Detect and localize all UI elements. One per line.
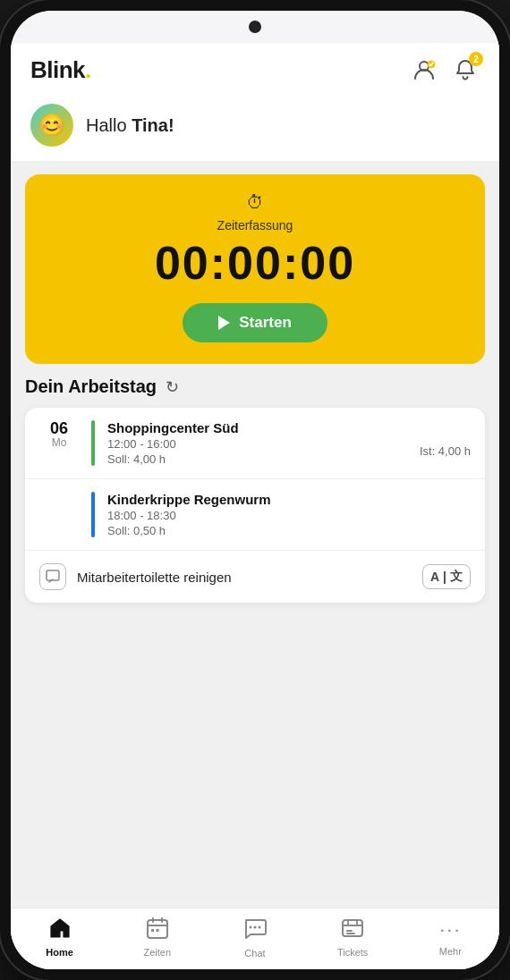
nav-item-mehr[interactable]: ··· Mehr bbox=[423, 917, 477, 957]
entry-soll-1: Soll: 4,00 h bbox=[107, 452, 176, 466]
ticket-icon bbox=[341, 917, 364, 943]
date-day: Mo bbox=[52, 436, 67, 449]
notification-btn[interactable]: 2 bbox=[451, 55, 480, 84]
logo-dot: . bbox=[85, 56, 91, 83]
workday-title: Dein Arbeitstag bbox=[25, 376, 157, 397]
nav-item-tickets[interactable]: Tickets bbox=[326, 917, 379, 958]
nav-label-mehr: Mehr bbox=[439, 946, 462, 957]
svg-point-6 bbox=[249, 926, 251, 929]
task-entry: Mitarbeitertoilette reinigen A | 文 bbox=[25, 551, 485, 603]
nav-label-home: Home bbox=[46, 947, 73, 958]
greeting-name: Tina! bbox=[132, 115, 174, 135]
more-icon: ··· bbox=[439, 917, 461, 942]
home-icon bbox=[48, 917, 72, 943]
work-entry-1: 06 Mo Shoppingcenter Süd 12:00 - 16:00 S… bbox=[25, 408, 485, 479]
task-icon-box bbox=[39, 563, 66, 590]
entry-time-1: 12:00 - 16:00 bbox=[107, 437, 176, 451]
timer-label: Zeiterfassung bbox=[217, 218, 293, 232]
entry-row-2: 18:00 - 18:30 Soll: 0,50 h bbox=[107, 507, 471, 537]
app-header: Blink. bbox=[11, 43, 499, 97]
greeting-section: 😊 Hallo Tina! bbox=[11, 97, 499, 162]
play-icon bbox=[218, 316, 230, 330]
entry-ist-1: Ist: 4,00 h bbox=[420, 444, 471, 458]
workday-header: Dein Arbeitstag ↻ bbox=[25, 376, 485, 397]
greeting-text: Hallo Tina! bbox=[86, 115, 174, 136]
profile-icon-btn[interactable] bbox=[410, 55, 438, 84]
translate-a: A bbox=[430, 570, 439, 584]
header-icons: 2 bbox=[410, 55, 480, 84]
task-text: Mitarbeitertoilette reinigen bbox=[77, 570, 412, 585]
entry-title-2: Kinderkrippe Regenwurm bbox=[107, 492, 471, 507]
translate-icon: 文 bbox=[450, 569, 463, 585]
timer-display: 00:00:00 bbox=[155, 238, 355, 289]
avatar: 😊 bbox=[30, 104, 73, 147]
refresh-btn[interactable]: ↻ bbox=[166, 377, 179, 397]
entry-info-1: Shoppingcenter Süd 12:00 - 16:00 Soll: 4… bbox=[107, 420, 471, 466]
translate-btn[interactable]: A | 文 bbox=[422, 564, 471, 589]
calendar-icon bbox=[146, 917, 169, 943]
comment-icon bbox=[46, 570, 60, 584]
entry-time-2: 18:00 - 18:30 bbox=[107, 509, 176, 522]
nav-item-home[interactable]: Home bbox=[33, 917, 87, 958]
entry-bar-blue bbox=[91, 492, 95, 537]
time-info-1: 12:00 - 16:00 Soll: 4,00 h bbox=[107, 435, 176, 466]
screen-content: Blink. bbox=[11, 43, 499, 969]
nav-label-zeiten: Zeiten bbox=[143, 947, 171, 958]
entry-info-2: Kinderkrippe Regenwurm 18:00 - 18:30 Sol… bbox=[107, 492, 471, 537]
date-block-1: 06 Mo bbox=[39, 420, 79, 449]
workday-section: Dein Arbeitstag ↻ 06 Mo Shoppingcenter S… bbox=[11, 376, 499, 603]
entry-title-1: Shoppingcenter Süd bbox=[107, 420, 471, 435]
timer-section: ⏱ Zeiterfassung 00:00:00 Starten bbox=[25, 174, 485, 364]
svg-rect-4 bbox=[151, 929, 154, 932]
phone-frame: Blink. bbox=[0, 0, 510, 980]
date-number: 06 bbox=[50, 420, 68, 436]
clock-icon: ⏱ bbox=[246, 192, 264, 213]
app-logo: Blink. bbox=[30, 56, 91, 84]
bottom-nav: Home Zeiten bbox=[11, 908, 499, 969]
translate-separator: | bbox=[443, 570, 446, 584]
profile-icon bbox=[412, 57, 437, 82]
greeting-hello: Hallo bbox=[86, 115, 132, 135]
nav-label-chat: Chat bbox=[244, 948, 265, 959]
entry-soll-2: Soll: 0,50 h bbox=[107, 524, 176, 537]
camera-notch bbox=[249, 21, 261, 33]
nav-item-zeiten[interactable]: Zeiten bbox=[131, 917, 184, 958]
chat-icon bbox=[242, 916, 268, 944]
time-info-2: 18:00 - 18:30 Soll: 0,50 h bbox=[107, 507, 176, 537]
logo-text: Blink bbox=[30, 56, 85, 83]
phone-screen: Blink. bbox=[11, 11, 499, 969]
entry-row-1: 12:00 - 16:00 Soll: 4,00 h Ist: 4,00 h bbox=[107, 435, 471, 466]
svg-point-7 bbox=[253, 926, 256, 929]
nav-item-chat[interactable]: Chat bbox=[228, 916, 282, 959]
start-button-label: Starten bbox=[239, 314, 292, 332]
start-button[interactable]: Starten bbox=[183, 303, 327, 342]
work-entry-2: Kinderkrippe Regenwurm 18:00 - 18:30 Sol… bbox=[25, 479, 485, 551]
svg-rect-5 bbox=[156, 929, 158, 932]
work-card: 06 Mo Shoppingcenter Süd 12:00 - 16:00 S… bbox=[25, 408, 485, 603]
notification-badge: 2 bbox=[469, 52, 483, 66]
nav-label-tickets: Tickets bbox=[337, 947, 368, 958]
svg-point-8 bbox=[258, 926, 260, 929]
status-bar bbox=[11, 11, 499, 43]
entry-bar-green bbox=[91, 420, 95, 466]
